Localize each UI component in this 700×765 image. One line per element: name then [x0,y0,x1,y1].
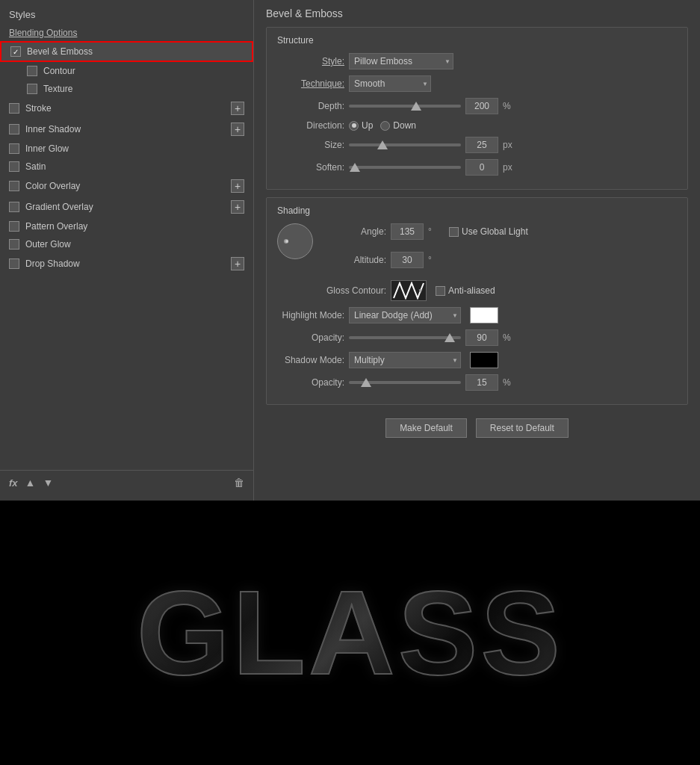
soften-input[interactable] [465,159,498,176]
highlight-opacity-unit: % [503,332,515,343]
technique-label: Technique: [277,78,344,89]
anti-aliased-item[interactable]: Anti-aliased [436,285,495,296]
shadow-opacity-unit: % [503,377,515,388]
sidebar-item-outer-glow[interactable]: Outer Glow [0,235,253,253]
blending-options-label[interactable]: Blending Options [0,25,253,41]
sidebar-item-inner-shadow[interactable]: Inner Shadow + [0,119,253,140]
gradient-overlay-checkbox[interactable] [9,202,19,212]
altitude-label: Altitude: [319,255,386,265]
anti-aliased-checkbox[interactable] [436,286,445,296]
shading-grid: Angle: ° Use Global Light Altitude: ° [277,223,677,307]
highlight-mode-select[interactable]: Linear Dodge (Add) Normal Screen [349,307,461,323]
texture-checkbox[interactable] [27,84,37,94]
gloss-contour-label: Gloss Contour: [319,285,386,296]
soften-slider-track[interactable] [349,166,461,169]
drop-shadow-add-button[interactable]: + [231,257,244,270]
color-overlay-add-button[interactable]: + [231,179,244,193]
sidebar-item-color-overlay[interactable]: Color Overlay + [0,176,253,196]
sidebar-item-bevel-emboss[interactable]: Bevel & Emboss [0,41,253,62]
shading-fields: Angle: ° Use Global Light Altitude: ° [319,223,677,307]
satin-checkbox[interactable] [9,161,19,172]
technique-select-wrapper[interactable]: Smooth Chisel Hard Chisel Soft [349,75,431,92]
sidebar-item-gradient-overlay[interactable]: Gradient Overlay + [0,196,253,217]
shadow-opacity-row: Opacity: % [277,374,677,391]
direction-down-radio[interactable]: Down [380,120,416,131]
shadow-mode-select-wrapper[interactable]: Multiply Normal Screen [349,352,461,368]
depth-input[interactable] [465,98,498,114]
sidebar-item-stroke[interactable]: Stroke + [0,98,253,119]
highlight-opacity-slider-thumb[interactable] [445,333,455,342]
gloss-contour-row: Gloss Contour: Anti-aliased [319,280,677,301]
size-slider-track[interactable] [349,143,461,146]
fx-button[interactable]: fx [9,477,18,489]
highlight-color-swatch[interactable] [470,307,498,323]
highlight-mode-row: Highlight Mode: Linear Dodge (Add) Norma… [277,307,677,323]
inner-shadow-checkbox[interactable] [9,124,19,134]
shadow-color-swatch[interactable] [470,352,498,368]
sidebar-item-drop-shadow[interactable]: Drop Shadow + [0,253,253,274]
style-select[interactable]: Pillow Emboss Outer Bevel Inner Bevel Em… [349,53,453,69]
highlight-mode-select-wrapper[interactable]: Linear Dodge (Add) Normal Screen [349,307,461,323]
contour-checkbox[interactable] [27,66,37,76]
direction-down-circle [380,121,390,131]
direction-up-radio[interactable]: Up [349,120,373,131]
size-slider-thumb[interactable] [377,140,388,149]
stroke-checkbox[interactable] [9,103,19,114]
sidebar-item-texture[interactable]: Texture [0,80,253,98]
pattern-overlay-checkbox[interactable] [9,221,19,232]
direction-up-label: Up [362,120,373,131]
inner-shadow-add-button[interactable]: + [231,123,244,136]
color-overlay-label: Color Overlay [25,181,231,191]
outer-glow-checkbox[interactable] [9,239,19,250]
sidebar-item-inner-glow[interactable]: Inner Glow [0,140,253,158]
action-buttons: Make Default Reset to Default [266,418,688,438]
move-down-button[interactable]: ▼ [43,477,53,489]
depth-row: Depth: % [277,98,677,114]
direction-down-label: Down [393,120,416,131]
technique-select[interactable]: Smooth Chisel Hard Chisel Soft [349,75,431,92]
highlight-opacity-slider-track[interactable] [349,336,461,339]
make-default-button[interactable]: Make Default [385,418,467,438]
bevel-emboss-checkbox[interactable] [10,46,21,57]
altitude-unit: ° [428,255,440,265]
gradient-overlay-add-button[interactable]: + [231,200,244,214]
inner-shadow-label: Inner Shadow [25,124,231,134]
size-row: Size: px [277,137,677,153]
gloss-contour-select-wrapper[interactable] [391,280,427,301]
outer-glow-label: Outer Glow [25,239,244,250]
global-light-check-item[interactable]: Use Global Light [449,226,528,237]
shadow-opacity-input[interactable] [465,374,498,391]
style-select-wrapper[interactable]: Pillow Emboss Outer Bevel Inner Bevel Em… [349,53,453,69]
structure-section: Structure Style: Pillow Emboss Outer Bev… [266,27,688,190]
altitude-input[interactable] [391,252,424,268]
satin-label: Satin [25,161,244,172]
shadow-opacity-slider-track[interactable] [349,381,461,384]
global-light-checkbox[interactable] [449,227,459,237]
stroke-add-button[interactable]: + [231,102,244,115]
shadow-mode-select[interactable]: Multiply Normal Screen [349,352,461,368]
direction-row: Direction: Up Down [277,120,677,131]
shadow-opacity-slider-thumb[interactable] [361,378,371,387]
delete-button[interactable]: 🗑 [234,477,244,489]
highlight-mode-label: Highlight Mode: [277,310,344,320]
sidebar-item-satin[interactable]: Satin [0,158,253,176]
sidebar-item-contour[interactable]: Contour [0,62,253,80]
depth-slider-thumb[interactable] [411,102,421,111]
layer-styles-sidebar: Styles Blending Options Bevel & Emboss C… [0,0,254,501]
move-up-button[interactable]: ▲ [25,477,36,489]
reset-to-default-button[interactable]: Reset to Default [476,418,569,438]
soften-slider-thumb[interactable] [350,163,360,172]
depth-slider-track[interactable] [349,105,461,108]
altitude-row: Altitude: ° [319,252,677,268]
angle-input[interactable] [391,223,424,240]
sidebar-item-pattern-overlay[interactable]: Pattern Overlay [0,217,253,235]
size-input[interactable] [465,137,498,153]
direction-radio-group: Up Down [349,120,416,131]
drop-shadow-checkbox[interactable] [9,258,19,269]
preview-area: GLASS [0,501,700,765]
gloss-contour-preview[interactable] [391,280,427,301]
color-overlay-checkbox[interactable] [9,181,19,191]
highlight-opacity-input[interactable] [465,329,498,346]
angle-dial[interactable] [277,223,313,259]
inner-glow-checkbox[interactable] [9,143,19,154]
